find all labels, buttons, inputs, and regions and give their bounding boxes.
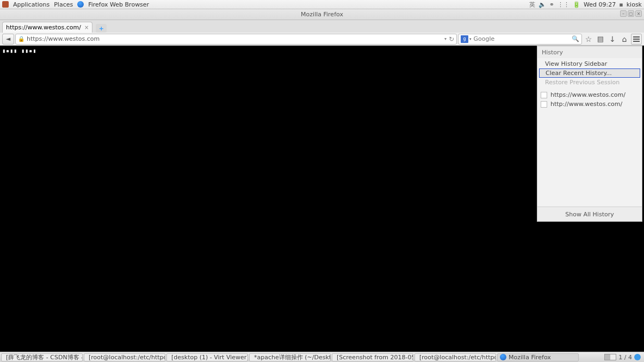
places-menu[interactable]: Places [54, 1, 73, 8]
search-submit-icon[interactable]: 🔍 [572, 35, 579, 42]
history-panel: History View History Sidebar Clear Recen… [537, 46, 642, 222]
history-entry-url: http://www.westos.com/ [550, 101, 622, 108]
task-label: *apache详细操作 (~/Desktop/... [254, 353, 331, 361]
task-gedit[interactable]: *apache详细操作 (~/Desktop/... [249, 353, 331, 361]
nav-toolbar: ◄ 🔒 https://www.westos.com ▾ ↻ g ▾ 🔍 ☆ ▤… [0, 33, 644, 46]
workspace-switcher-icon[interactable] [604, 354, 616, 360]
task-label: Mozilla Firefox [509, 354, 551, 361]
search-engine-icon[interactable]: g [461, 35, 468, 43]
user-label[interactable]: kiosk [627, 1, 642, 8]
tab-strip: https://www.westos.com/ × + [0, 20, 644, 33]
restore-previous-session: Restore Previous Session [537, 78, 642, 87]
downloads-icon[interactable]: ↓ [607, 34, 618, 45]
new-tab-button[interactable]: + [96, 24, 107, 33]
activities-icon [2, 1, 9, 8]
url-bar[interactable]: 🔒 https://www.westos.com ▾ ↻ [15, 34, 457, 45]
home-icon[interactable]: ⌂ [619, 34, 630, 45]
history-entry[interactable]: http://www.westos.com/ [537, 99, 642, 109]
tab-title: https://www.westos.com/ [6, 24, 81, 31]
page-icon [541, 92, 547, 98]
tab-close-icon[interactable]: × [84, 24, 89, 30]
history-entry-url: https://www.westos.com/ [550, 91, 626, 98]
task-label: [root@localhost:/etc/httpd/con... [419, 354, 496, 361]
workspace-indicator[interactable]: 1 / 4 [618, 354, 632, 361]
applications-menu[interactable]: Applications [13, 1, 49, 8]
show-all-history[interactable]: Show All History [537, 207, 642, 221]
close-button[interactable]: × [635, 10, 642, 17]
maximize-button[interactable]: ▢ [628, 10, 634, 17]
wifi-icon[interactable]: ⋮⋮ [558, 1, 569, 8]
task-virt-viewer[interactable]: [desktop (1) - Virt Viewer] [166, 353, 248, 361]
search-input[interactable] [474, 35, 572, 42]
task-label: [root@localhost:/etc/httpd/con... [89, 354, 165, 361]
history-entry[interactable]: https://www.westos.com/ [537, 90, 642, 99]
hamburger-menu-button[interactable] [631, 34, 642, 45]
task-label: [薛飞龙的博客 - CSDN博客 - Mo... [6, 353, 83, 361]
url-dropdown-icon[interactable]: ▾ [444, 36, 447, 41]
task-firefox[interactable]: Mozilla Firefox [497, 353, 579, 361]
back-button[interactable]: ◄ [2, 34, 14, 45]
tab-westos[interactable]: https://www.westos.com/ × [2, 22, 92, 33]
page-icon [541, 101, 547, 108]
accessibility-icon[interactable] [634, 354, 641, 360]
active-app-title: Firefox Web Browser [88, 1, 149, 8]
bookmarks-list-icon[interactable]: ▤ [595, 34, 606, 45]
firefox-icon [500, 354, 506, 360]
gnome-top-bar: Applications Places Firefox Web Browser … [0, 0, 644, 9]
view-history-sidebar[interactable]: View History Sidebar [537, 59, 642, 68]
url-text: https://www.westos.com [27, 35, 442, 42]
history-panel-title: History [537, 46, 642, 58]
page-body-text: ▮▪▮▮ ▮▮▪▮ [2, 48, 36, 54]
gnome-taskbar: [薛飞龙的博客 - CSDN博客 - Mo... [root@localhost… [0, 352, 644, 362]
task-csdn[interactable]: [薛飞龙的博客 - CSDN博客 - Mo... [1, 353, 83, 361]
task-terminal-1[interactable]: [root@localhost:/etc/httpd/con... [84, 353, 165, 361]
volume-icon[interactable]: 🔈 [538, 1, 546, 8]
reload-icon[interactable]: ↻ [449, 35, 454, 43]
minimize-button[interactable]: – [620, 10, 627, 17]
window-title: Mozilla Firefox [301, 11, 343, 18]
clear-recent-history[interactable]: Clear Recent History... [539, 68, 640, 78]
firefox-app-icon [77, 1, 84, 8]
engine-dropdown-icon[interactable]: ▾ [469, 37, 472, 41]
task-label: [Screenshot from 2018-05-27 ... [337, 354, 413, 361]
bookmark-star-icon[interactable]: ☆ [583, 34, 594, 45]
clock[interactable]: Wed 09:27 [584, 1, 616, 8]
task-label: [desktop (1) - Virt Viewer] [171, 354, 248, 361]
task-screenshot[interactable]: [Screenshot from 2018-05-27 ... [332, 353, 413, 361]
bluetooth-icon[interactable]: ⚭ [549, 1, 554, 8]
task-terminal-2[interactable]: [root@localhost:/etc/httpd/con... [414, 353, 496, 361]
search-bar[interactable]: g ▾ 🔍 [458, 34, 582, 45]
session-icon[interactable]: ▪ [619, 1, 623, 8]
lock-icon: 🔒 [18, 36, 24, 42]
title-bar: Mozilla Firefox – ▢ × [0, 9, 644, 20]
input-method-indicator[interactable]: 英 [529, 1, 535, 9]
battery-icon[interactable]: 🔋 [573, 1, 580, 8]
